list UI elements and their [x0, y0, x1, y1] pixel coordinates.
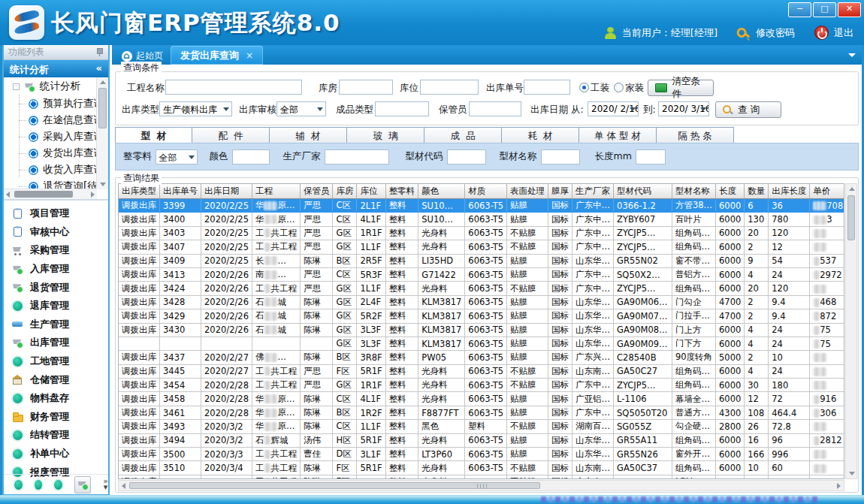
product-type-input[interactable]	[375, 101, 429, 116]
column-header[interactable]: 出库日期	[201, 184, 252, 199]
column-header[interactable]: 材质	[465, 184, 507, 199]
column-header[interactable]: 库位	[357, 184, 385, 199]
tab-overflow-caret-icon[interactable]	[848, 53, 856, 57]
column-header[interactable]: 膜厚	[548, 184, 572, 199]
column-header[interactable]: 库房	[333, 184, 357, 199]
table-row[interactable]: 调拨出库34282020/2/26石城陈琳G区2L4F整料KLM38176063…	[119, 295, 844, 309]
module-item-结转管理[interactable]: 结转管理	[4, 426, 108, 445]
table-row[interactable]: 调拨出库35122020/3/4工共工程陈琳F区1L2F整料光身料6063-T5…	[119, 475, 844, 479]
material-tab[interactable]: 隔 热 条	[657, 127, 734, 143]
table-row[interactable]: 调拨出库35002020/3/3工共工程曹佳D区3L1F整料LT3P606063…	[119, 448, 844, 461]
column-header[interactable]: 型材代码	[614, 184, 672, 199]
logout-button[interactable]: 退出	[834, 26, 853, 40]
tree-item[interactable]: 退货查询[待定]	[4, 178, 97, 189]
tree-item[interactable]: 采购入库查询	[4, 128, 97, 145]
section-header[interactable]: 统计分析 «	[4, 60, 108, 77]
module-dot-icon[interactable]	[35, 480, 43, 490]
manufacturer-input[interactable]	[325, 149, 389, 164]
material-tab[interactable]: 辅 材	[270, 127, 347, 143]
search-button[interactable]: 查 询	[715, 101, 781, 118]
grid-horizontal-scrollbar[interactable]	[118, 480, 844, 491]
color-input[interactable]	[232, 149, 270, 164]
table-row[interactable]: 调拨出库34002020/2/25华原…严思C区4L1F整料SU10…6063-…	[119, 213, 844, 226]
table-row[interactable]: 调拨出库35102020/3/4工共工程陈琳F区5R1F整料光身料6063-T5…	[119, 461, 844, 475]
table-row[interactable]: 调拨出库34302020/2/26石城陈琳G区3L3F整料KLM38176063…	[119, 323, 844, 337]
table-row[interactable]: 调拨出库33992020/2/25华原…严思C区2L1F整料SU10…6063-…	[119, 199, 844, 213]
column-header[interactable]: 单价	[810, 184, 844, 199]
tree-item[interactable]: 预算执行查询	[4, 95, 97, 112]
table-row[interactable]: 调拨出库34582020/2/28华原…陈琳C区4L1F整料光身料6063-T5…	[119, 392, 844, 406]
module-item-退库管理[interactable]: 退库管理	[4, 297, 108, 315]
keeper-input[interactable]	[469, 101, 521, 116]
date-from-select[interactable]: 2020/ 2/16	[588, 101, 639, 116]
table-row[interactable]: 调拨出库34292020/2/26石城陈琳G区5R2F整料KLM38176063…	[119, 309, 844, 323]
material-tab[interactable]: 成 品	[424, 127, 502, 143]
module-item-工地管理[interactable]: 工地管理	[4, 352, 108, 371]
material-tab[interactable]: 配 件	[192, 127, 270, 143]
close-button[interactable]: ✕	[838, 2, 861, 17]
radio-jiazhuang[interactable]	[614, 83, 624, 92]
table-row[interactable]: G区3L3F整料KLM38176063-T5贴膜国标山东华…GA90M09…门下…	[119, 337, 844, 350]
location-input[interactable]	[420, 80, 479, 95]
column-header[interactable]: 工程	[252, 184, 300, 199]
material-tab[interactable]: 型 材	[115, 127, 192, 143]
module-item-退货管理[interactable]: 退货管理	[4, 278, 108, 297]
column-header[interactable]: 表面处理	[507, 184, 548, 199]
table-row[interactable]: 调拨出库34072020/2/25工共工程严思G区1L1F整料光身料6063-T…	[119, 240, 844, 254]
tree-root[interactable]: - 统计分析	[4, 77, 97, 95]
module-item-出库管理[interactable]: 出库管理	[4, 333, 108, 352]
column-header[interactable]: 长度	[716, 184, 745, 199]
warehouse-input[interactable]	[339, 80, 393, 95]
module-dot-icon[interactable]	[54, 480, 62, 490]
out-type-select[interactable]: 生产领料出库	[159, 101, 232, 116]
material-tab[interactable]: 玻 璃	[347, 127, 424, 143]
table-row[interactable]: 调拨出库34132020/2/26南…严思C区5R3F整料G714226063-…	[119, 267, 844, 281]
table-row[interactable]: 调拨出库34092020/2/25长…陈琳B区2R5F整料LI35HD6063-…	[119, 254, 844, 267]
project-name-input[interactable]	[165, 80, 302, 95]
module-item-采购管理[interactable]: 采购管理	[4, 241, 108, 260]
material-tab[interactable]: 耗 材	[502, 127, 579, 143]
table-row[interactable]: 调拨出库34372020/2/27佛…陈琳B区3R8F整料PW056063-T5…	[119, 351, 844, 364]
module-dot-icon[interactable]	[14, 480, 23, 490]
grid-vertical-scrollbar[interactable]	[845, 183, 857, 479]
profile-name-input[interactable]	[541, 149, 580, 164]
column-header[interactable]: 数量	[745, 184, 769, 199]
tree-item[interactable]: 收货入库查询	[4, 161, 97, 178]
column-header[interactable]: 出库单号	[160, 184, 201, 199]
tab-close-icon[interactable]: ×	[246, 50, 253, 61]
overflow-chevron[interactable]: »▾	[103, 478, 108, 490]
table-row[interactable]: 调拨出库34032020/2/25工共工程严思G区1R1F整料光身料6063-T…	[119, 226, 844, 240]
tab-shipping-outbound-query[interactable]: 发货出库查询 ×	[171, 46, 263, 65]
radio-gongzhuang[interactable]	[579, 83, 589, 92]
collapse-icon[interactable]: «	[96, 62, 102, 74]
table-row[interactable]: 调拨出库34612020/2/28华原…陈琳B区1R2F整料F8877FT606…	[119, 406, 844, 419]
date-to-select[interactable]: 2020/ 3/16	[658, 101, 709, 116]
module-item-补单中心[interactable]: 补单中心	[4, 445, 108, 463]
column-header[interactable]: 颜色	[418, 184, 465, 199]
module-item-仓储管理[interactable]: 仓储管理	[4, 370, 108, 389]
tree-item[interactable]: 发货出库查询	[4, 145, 97, 161]
module-item-财务管理[interactable]: 财务管理	[4, 408, 108, 427]
maximize-button[interactable]: □	[813, 2, 836, 17]
tree-vertical-scrollbar[interactable]	[96, 77, 108, 189]
column-header[interactable]: 型材名称	[672, 184, 715, 199]
column-header[interactable]: 保管员	[300, 184, 333, 199]
length-input[interactable]	[636, 149, 666, 164]
table-row[interactable]: 调拨出库34932020/3/2华原…陈琳C区1L1F整料黑色塑料不贴膜国标湖南…	[119, 420, 844, 433]
module-cart-button[interactable]	[74, 476, 91, 493]
module-item-物料盘存[interactable]: 物料盘存	[4, 389, 108, 408]
table-row[interactable]: 调拨出库34942020/3/2石辉城汤伟H区5R1F整料光身料6063-T5贴…	[119, 433, 844, 447]
profile-code-input[interactable]	[447, 149, 486, 164]
tree-item[interactable]: 在途信息查询[待	[4, 112, 97, 128]
module-item-项目管理[interactable]: 项目管理	[4, 204, 108, 223]
pin-icon[interactable]	[96, 48, 103, 56]
table-row[interactable]: 调拨出库34452020/2/27工共工程严思F区5R1F整料光身料6063-T…	[119, 364, 844, 378]
order-no-input[interactable]	[524, 80, 570, 95]
out-audit-select[interactable]: 全部	[276, 101, 326, 116]
tree-horizontal-scrollbar[interactable]	[4, 189, 97, 199]
tree-expander-icon[interactable]: -	[13, 83, 20, 90]
table-row[interactable]: 调拨出库34542020/2/28工共工程严思G区1R1F整料光身料6063-T…	[119, 379, 844, 392]
material-tab[interactable]: 单 体 型 材	[579, 127, 657, 143]
module-item-审核中心[interactable]: 审核中心	[4, 223, 108, 242]
column-header[interactable]: 出库长度	[769, 184, 810, 199]
